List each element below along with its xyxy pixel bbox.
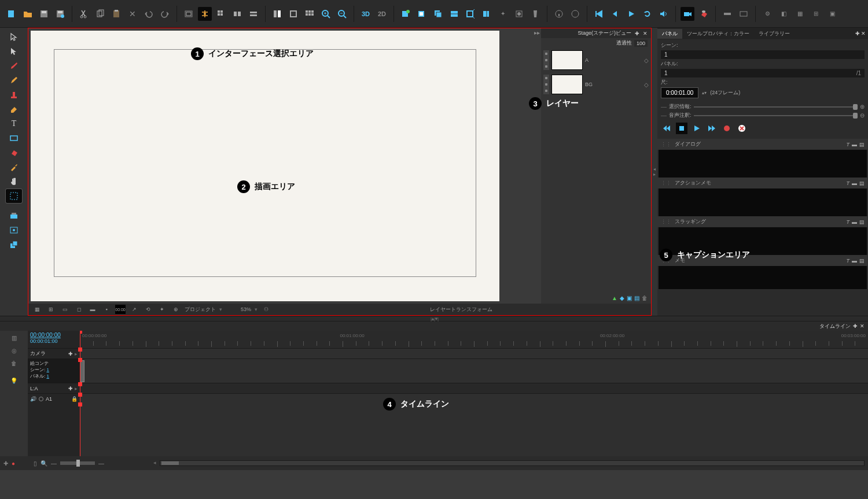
- layer-row-bg[interactable]: BG ◇: [541, 72, 651, 97]
- tl-icon-2[interactable]: ◎: [8, 345, 20, 356]
- new-panel-icon[interactable]: [399, 7, 413, 21]
- selection-slider[interactable]: [694, 106, 858, 108]
- text-style-icon[interactable]: T: [847, 180, 850, 186]
- layer-handle-icon[interactable]: [543, 50, 549, 70]
- record-button[interactable]: [721, 123, 733, 134]
- sf-icon-6[interactable]: ▪: [101, 305, 112, 314]
- sf-icon-2[interactable]: ⊞: [46, 305, 56, 314]
- copy-icon[interactable]: [93, 7, 107, 21]
- timeline-add-icon[interactable]: ✚: [853, 323, 858, 329]
- panel-collapse-icon-2[interactable]: ▸: [653, 172, 656, 177]
- sf-icon-8[interactable]: ↗: [129, 305, 139, 314]
- marquee-tool-icon[interactable]: [6, 189, 22, 203]
- slugging-textarea[interactable]: [659, 227, 867, 255]
- stop-button[interactable]: [676, 123, 687, 134]
- brush-tool-icon[interactable]: [6, 59, 22, 73]
- caption-action-2-icon[interactable]: ▤: [859, 180, 865, 186]
- opacity-value[interactable]: 100: [634, 40, 648, 47]
- undo-icon[interactable]: [142, 7, 156, 21]
- rewind-button[interactable]: [661, 123, 672, 134]
- caption-action-1-icon[interactable]: ▬: [852, 180, 857, 186]
- sf-icon-4[interactable]: ◻: [73, 305, 84, 314]
- timeline-close-icon[interactable]: ✕: [860, 323, 865, 329]
- text-style-icon[interactable]: T: [847, 142, 850, 147]
- prev-frame-icon[interactable]: [608, 7, 622, 21]
- layer-thumbnail[interactable]: [551, 75, 583, 94]
- view-option-2-icon[interactable]: [247, 7, 260, 21]
- play-icon[interactable]: [624, 7, 638, 21]
- layer-tool-3-icon[interactable]: [6, 238, 22, 252]
- stage-canvas[interactable]: [31, 31, 499, 301]
- timeline-scrollbar[interactable]: ◂ ▸: [160, 460, 865, 466]
- drag-handle-icon[interactable]: ⋮⋮: [661, 180, 671, 186]
- sf-icon-10[interactable]: ✦: [157, 305, 167, 314]
- layer-lock-icon[interactable]: ◇: [644, 57, 649, 64]
- sf-person-icon[interactable]: ⚇: [261, 305, 271, 314]
- action-textarea[interactable]: [659, 188, 867, 216]
- stamp-tool-icon[interactable]: [6, 88, 22, 102]
- sf-icon-3[interactable]: ▭: [60, 305, 70, 314]
- tab-panel[interactable]: パネル: [657, 29, 682, 39]
- a1-track-label[interactable]: 🔊A1 🔒: [28, 394, 80, 404]
- misc-5-icon[interactable]: ▣: [825, 7, 839, 21]
- zoom-in-icon[interactable]: [319, 7, 333, 21]
- play-button[interactable]: [691, 123, 703, 134]
- fast-forward-button[interactable]: [706, 123, 718, 134]
- delete-icon[interactable]: ✕: [126, 7, 139, 21]
- first-frame-icon[interactable]: [592, 7, 606, 21]
- paint-tool-icon[interactable]: [6, 146, 22, 160]
- drag-handle-icon[interactable]: ⋮⋮: [661, 258, 671, 264]
- cut-icon[interactable]: [77, 7, 91, 21]
- layer-lock-icon[interactable]: ◇: [644, 82, 649, 88]
- loop-icon[interactable]: [641, 7, 654, 21]
- zoom-out-icon[interactable]: [335, 7, 349, 21]
- onion-skin-icon[interactable]: [182, 7, 196, 21]
- sf-icon-7[interactable]: 00:00: [115, 305, 126, 314]
- misc-1-icon[interactable]: ⚙: [760, 7, 774, 21]
- drag-handle-icon[interactable]: ⋮⋮: [661, 219, 671, 225]
- tl-footer-icon-3[interactable]: ▯: [34, 460, 37, 467]
- layer-footer-icon-2[interactable]: ◆: [620, 295, 624, 301]
- paint-bucket-icon-tb[interactable]: [697, 7, 711, 21]
- a1-track[interactable]: [80, 394, 868, 404]
- layer-footer-icon-3[interactable]: ▣: [627, 295, 632, 301]
- caption-action-2-icon[interactable]: ▤: [859, 219, 865, 225]
- text-tool-icon[interactable]: T: [6, 117, 22, 131]
- storyboard-track[interactable]: [80, 359, 868, 383]
- select-tool-icon[interactable]: [6, 30, 22, 44]
- expand-right-icon[interactable]: ▸▸: [534, 29, 540, 36]
- tl-trash-icon[interactable]: 🗑: [8, 357, 20, 369]
- caption-action-2-icon[interactable]: ▤: [859, 258, 865, 264]
- pencil-tool-icon[interactable]: [6, 73, 22, 87]
- close-view-icon[interactable]: ✕: [643, 31, 648, 36]
- panel-layout-2-icon[interactable]: [286, 7, 300, 21]
- divider-handle-icon[interactable]: |▲|▼|: [431, 316, 437, 321]
- tl-zoom-slider[interactable]: [60, 461, 95, 465]
- open-folder-icon[interactable]: [21, 7, 35, 21]
- stage-viewport[interactable]: ▸▸: [28, 28, 541, 304]
- caption-action-1-icon[interactable]: ▬: [852, 142, 857, 147]
- 3d-icon[interactable]: 3D: [359, 7, 373, 21]
- add-view-icon[interactable]: ✚: [635, 31, 639, 36]
- dropper-tool-icon[interactable]: [6, 160, 22, 174]
- sf-icon-9[interactable]: ⟲: [143, 305, 153, 314]
- tl-footer-icon-2[interactable]: ●: [12, 460, 15, 467]
- speaker-icon[interactable]: 🔊: [30, 396, 36, 402]
- la-track-label[interactable]: L:A ✚ ▸: [28, 383, 80, 393]
- tab-add-icon[interactable]: ✚: [855, 31, 860, 36]
- paste-icon[interactable]: [109, 7, 123, 21]
- text-style-icon[interactable]: T: [847, 219, 850, 225]
- light-table-icon[interactable]: [198, 7, 212, 21]
- layer-footer-icon-5[interactable]: 🗑: [642, 295, 648, 301]
- tl-footer-icon-1[interactable]: ✚: [3, 460, 8, 467]
- misc-2-icon[interactable]: ◧: [777, 7, 790, 21]
- layer-footer-icon-1[interactable]: ▲: [612, 295, 617, 301]
- tab-library[interactable]: ライブラリー: [754, 29, 795, 39]
- hand-tool-icon[interactable]: [6, 175, 22, 188]
- settings-2-icon[interactable]: [737, 7, 751, 21]
- audio-icon[interactable]: [657, 7, 671, 21]
- settings-1-icon[interactable]: [720, 7, 734, 21]
- notes-textarea[interactable]: [659, 266, 867, 289]
- rectangle-tool-icon[interactable]: [6, 131, 22, 145]
- camera-icon[interactable]: [681, 7, 694, 21]
